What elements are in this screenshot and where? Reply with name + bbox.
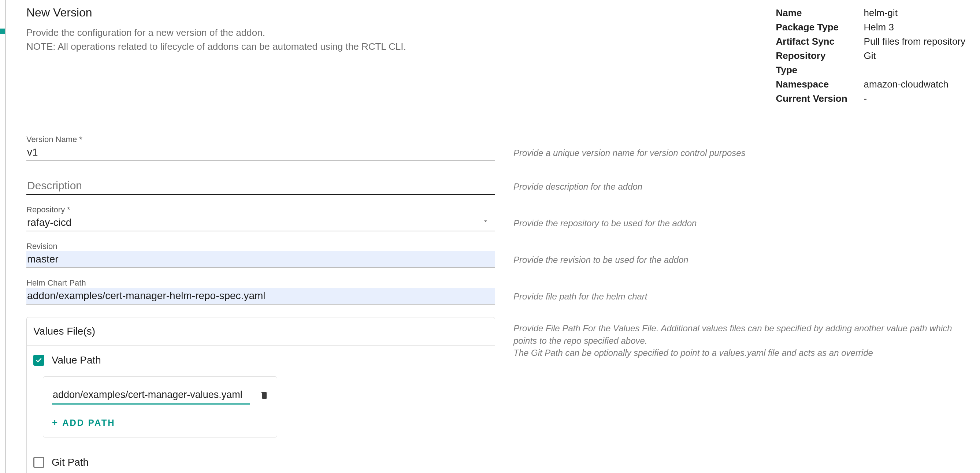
page-title: New Version <box>26 6 406 19</box>
meta-artifact-sync-label: Artifact Sync <box>776 35 849 49</box>
values-files-card: Values File(s) Value Path <box>26 317 495 473</box>
meta-artifact-sync-value: Pull files from repository <box>864 35 965 49</box>
page-subtitle-line1: Provide the configuration for a new vers… <box>26 26 406 40</box>
values-files-title: Values File(s) <box>27 317 495 346</box>
git-path-label: Git Path <box>52 457 89 468</box>
value-path-input[interactable] <box>52 387 250 405</box>
plus-icon: + <box>52 417 59 429</box>
revision-input[interactable] <box>26 251 495 267</box>
description-hint: Provide description for the addon <box>514 165 965 195</box>
repository-select[interactable] <box>26 214 495 232</box>
value-path-label: Value Path <box>52 354 101 366</box>
meta-repo-type-label: Repository Type <box>776 49 849 77</box>
repository-hint: Provide the repository to be used for th… <box>514 218 965 232</box>
addon-meta: Namehelm-git Package TypeHelm 3 Artifact… <box>776 6 965 106</box>
chevron-down-icon[interactable] <box>482 217 489 226</box>
version-name-input[interactable] <box>26 144 495 161</box>
git-path-checkbox[interactable] <box>33 457 44 468</box>
trash-icon[interactable] <box>260 389 269 402</box>
value-path-checkbox[interactable] <box>33 355 44 366</box>
meta-namespace-value: amazon-cloudwatch <box>864 77 948 92</box>
values-files-hint: Provide File Path For the Values File. A… <box>514 305 965 359</box>
helm-path-hint: Provide file path for the helm chart <box>514 291 965 305</box>
add-path-button[interactable]: + ADD PATH <box>52 417 268 429</box>
meta-current-version-label: Current Version <box>776 92 849 106</box>
version-name-hint: Provide a unique version name for versio… <box>514 148 965 161</box>
version-name-label: Version Name * <box>26 135 495 144</box>
meta-package-type-label: Package Type <box>776 20 849 35</box>
meta-package-type-value: Helm 3 <box>864 20 894 35</box>
meta-name-label: Name <box>776 6 849 20</box>
add-path-label: ADD PATH <box>62 418 115 428</box>
values-files-hint-line2: The Git Path can be optionally specified… <box>514 347 965 359</box>
helm-path-input[interactable] <box>26 288 495 304</box>
page-subtitle-line2: NOTE: All operations related to lifecycl… <box>26 40 406 54</box>
page-header: New Version Provide the configuration fo… <box>6 0 980 117</box>
meta-name-value: helm-git <box>864 6 897 20</box>
meta-current-version-value: - <box>864 92 867 106</box>
helm-path-label: Helm Chart Path <box>26 278 495 288</box>
meta-namespace-label: Namespace <box>776 77 849 92</box>
values-files-hint-line1: Provide File Path For the Values File. A… <box>514 322 965 347</box>
meta-repo-type-value: Git <box>864 49 876 77</box>
revision-label: Revision <box>26 241 495 251</box>
revision-hint: Provide the revision to be used for the … <box>514 255 965 268</box>
value-paths-card: + ADD PATH <box>43 376 277 438</box>
repository-label: Repository * <box>26 205 495 214</box>
description-input[interactable] <box>26 177 495 195</box>
